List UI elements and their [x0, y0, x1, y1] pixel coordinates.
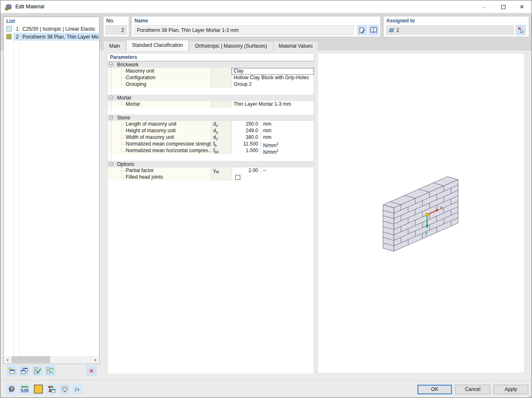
pick-cursor-red-x-icon [517, 27, 524, 34]
expand-box-brickwork[interactable] [109, 63, 113, 66]
formula-button[interactable]: ƒx [71, 383, 83, 395]
list-item-c2530[interactable]: 1 C25/30 | Isotropic | Linear Elastic [4, 25, 99, 33]
param-row-grouping: Grouping Group 2 [107, 81, 314, 88]
title-bar: 6 Edit Material – ✕ [0, 0, 532, 13]
select-all-icon [34, 367, 41, 374]
no-panel: No. 2 [104, 17, 129, 36]
param-row-fbh: Normalized mean horizontal compres... fb… [107, 148, 314, 154]
scroll-right-arrow[interactable]: › [92, 356, 99, 363]
tab-bar: Main Standard Classification Orthotropic… [104, 40, 319, 51]
list-header: List [6, 18, 15, 24]
formula-icon: ƒx [74, 386, 79, 393]
new-material-icon [8, 367, 15, 374]
scrollbar-thumb[interactable] [12, 356, 50, 363]
units-icon: 0,00 [21, 386, 29, 393]
material-color-swatch [34, 385, 43, 393]
mortar-value[interactable]: Thin Layer Mortar 1-3 mm [232, 101, 314, 108]
y-axis-label: y [425, 229, 428, 235]
expand-box-stone[interactable] [109, 116, 113, 119]
window-title: Edit Material [15, 4, 44, 10]
delete-material-button[interactable]: ✕ [86, 366, 97, 376]
partial-factor-value[interactable]: 2.00 [232, 167, 261, 174]
scroll-left-arrow[interactable]: ‹ [4, 356, 11, 363]
table-filler [107, 181, 314, 374]
section-options: Options [107, 161, 314, 167]
assigned-label: Assigned to [386, 18, 415, 24]
display-settings-button[interactable] [59, 383, 70, 395]
assigned-to-field: 2 [386, 25, 514, 35]
copy-material-icon [21, 367, 28, 374]
new-material-button[interactable] [7, 366, 17, 376]
tab-orthotropic-masonry[interactable]: Orthotropic | Masonry (Surfaces) [190, 41, 273, 51]
maximize-button[interactable] [494, 0, 512, 13]
list-horizontal-scrollbar[interactable]: ‹ › [4, 356, 99, 363]
material-name-field[interactable]: Porotherm 38 Plan, Thin Layer Mortar 1-3… [134, 25, 354, 35]
section-mortar: Mortar [107, 95, 314, 101]
section-stone: Stone [107, 114, 314, 121]
list-item-porotherm[interactable]: 2 Porotherm 38 Plan, Thin Layer Mortar [4, 33, 99, 41]
list-column-divider [19, 25, 20, 356]
close-button[interactable]: ✕ [512, 0, 531, 13]
masonry-wall-illustration: x y [377, 171, 462, 256]
name-panel: Name Porotherm 38 Plan, Thin Layer Morta… [132, 17, 380, 36]
list-column-divider [13, 25, 14, 356]
surface-icon [389, 28, 394, 32]
delete-icon: ✕ [89, 367, 94, 375]
expand-box-mortar[interactable] [109, 96, 113, 100]
invert-selection-icon [46, 367, 54, 374]
edit-name-button[interactable] [357, 25, 367, 35]
configuration-value[interactable]: Hollow Clay Block with Grip-Holes [232, 75, 314, 81]
rendering-options-button[interactable]: A [46, 383, 57, 395]
expand-box-options[interactable] [109, 162, 113, 166]
section-gap [107, 88, 314, 95]
origin-dot [425, 213, 428, 216]
material-color-swatch [4, 34, 14, 39]
filled-head-joints-checkbox[interactable] [235, 175, 240, 180]
svg-text:A: A [49, 388, 51, 393]
select-all-button[interactable] [32, 366, 43, 376]
tab-material-values[interactable]: Material Values [273, 41, 318, 51]
length-value[interactable]: 250.0 [232, 121, 261, 128]
width-value[interactable]: 380.0 [232, 134, 261, 141]
invert-selection-button[interactable] [45, 366, 55, 376]
param-row-configuration: Configuration Hollow Clay Block with Gri… [107, 75, 314, 81]
param-row-length: Length of masonry unit dx 250.0 mm [107, 121, 314, 128]
material-color-button[interactable] [33, 383, 44, 395]
parameters-table: Parameters Brickwork Masonry unit Clay C… [107, 53, 314, 373]
grouping-value[interactable]: Group 2 [232, 81, 314, 88]
section-brickwork: Brickwork [107, 61, 314, 68]
svg-text:?: ? [10, 386, 12, 391]
assigned-panel: Assigned to 2 [384, 17, 529, 36]
edit-pencil-icon [359, 27, 366, 34]
height-value[interactable]: 249.0 [232, 128, 261, 134]
minimize-button[interactable]: – [475, 0, 494, 13]
ok-button[interactable]: OK [417, 385, 452, 394]
rendering-icon: A [48, 386, 56, 393]
select-assigned-button[interactable] [515, 25, 526, 35]
fbh-value[interactable]: 1.000 [232, 148, 261, 154]
material-preview-panel: x y [317, 53, 525, 373]
material-color-swatch [4, 26, 14, 32]
apply-button[interactable]: Apply [493, 385, 528, 394]
parameters-header: Parameters [107, 53, 314, 61]
param-row-height: Height of masonry unit dy 249.0 mm [107, 128, 314, 134]
cancel-button[interactable]: Cancel [455, 385, 490, 394]
masonry-unit-value[interactable]: Clay [232, 68, 314, 75]
edit-material-dialog: 6 Edit Material – ✕ List 1 C25/30 | Isot… [0, 0, 532, 398]
fb-value[interactable]: 11.500 [232, 141, 261, 148]
tab-standard-classification[interactable]: Standard Classification [126, 40, 189, 51]
section-gap [107, 154, 314, 161]
no-label: No. [106, 18, 114, 24]
units-settings-button[interactable]: 0,00 [19, 383, 30, 395]
material-number-field: 2 [105, 25, 127, 35]
param-row-partial-factor: Partial factor γM 2.00 -- [107, 167, 314, 174]
help-button[interactable]: ? [6, 383, 17, 395]
material-list-panel: List 1 C25/30 | Isotropic | Linear Elast… [3, 17, 100, 364]
resize-grip[interactable] [527, 393, 531, 397]
help-icon: ? [8, 386, 15, 393]
copy-material-button[interactable] [19, 366, 29, 376]
param-row-width: Width of masonry unit dz 380.0 mm [107, 134, 314, 141]
tab-main[interactable]: Main [104, 41, 125, 51]
library-button[interactable] [368, 25, 379, 35]
name-label: Name [134, 18, 148, 24]
